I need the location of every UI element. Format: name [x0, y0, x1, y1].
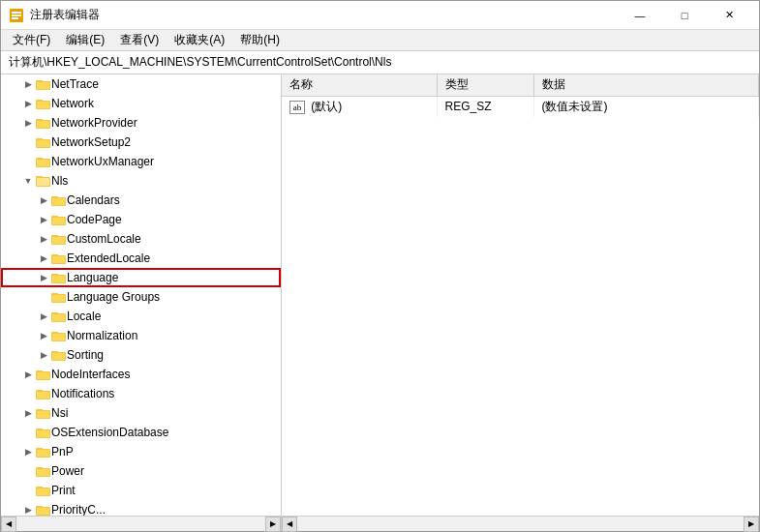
tree-item-sorting[interactable]: ▶ Sorting: [1, 345, 281, 365]
expand-nodeinterfaces[interactable]: ▶: [20, 365, 36, 384]
folder-icon-networkprovider: [36, 116, 51, 130]
col-header-name: 名称: [282, 74, 437, 96]
cell-name-text: (默认): [311, 100, 342, 113]
tree-item-osextensiondatabase[interactable]: ▶ OSExtensionDatabase: [1, 423, 281, 442]
tree-label-normalization: Normalization: [67, 329, 137, 342]
tree-item-print[interactable]: ▶ Print: [1, 481, 281, 500]
expand-networkprovider[interactable]: ▶: [20, 113, 36, 133]
expand-notifications[interactable]: ▶: [20, 384, 36, 403]
close-button[interactable]: ✕: [707, 1, 751, 30]
menu-edit[interactable]: 编辑(E): [58, 30, 112, 50]
expand-language[interactable]: ▶: [36, 268, 51, 287]
svg-rect-31: [52, 237, 65, 244]
tree-item-nettrace[interactable]: ▶ NetTrace: [1, 74, 281, 94]
svg-rect-1: [12, 12, 21, 14]
expand-sorting[interactable]: ▶: [36, 345, 51, 365]
expand-prioritycontrol[interactable]: ▶: [20, 500, 36, 516]
tree-item-pnp[interactable]: ▶ PnP: [1, 442, 281, 461]
tree-item-notifications[interactable]: ▶ Notifications: [1, 384, 281, 403]
folder-icon-networksetup2: [36, 135, 51, 149]
svg-rect-16: [37, 140, 49, 147]
menu-view[interactable]: 查看(V): [112, 30, 167, 50]
svg-rect-48: [51, 351, 58, 353]
expand-nsi[interactable]: ▶: [20, 403, 36, 423]
app-icon: [9, 8, 24, 23]
tree-label-networksetup2: NetworkSetup2: [51, 135, 131, 149]
menu-favorites[interactable]: 收藏夹(A): [167, 30, 232, 50]
tree-item-networkuxmanager[interactable]: ▶ NetworkUxManager: [1, 152, 281, 171]
tree-item-prioritycontrol[interactable]: ▶ PriorityC...: [1, 500, 281, 516]
expand-codepage[interactable]: ▶: [36, 210, 51, 229]
tree-item-nls[interactable]: ▼ Nls: [1, 171, 281, 191]
folder-icon-codepage: [51, 213, 67, 226]
scroll-track-left[interactable]: [16, 517, 265, 531]
expand-extendedlocale[interactable]: ▶: [36, 249, 51, 268]
tree-label-networkprovider: NetworkProvider: [51, 116, 137, 130]
tree-panel[interactable]: ▶ NetTrace ▶ Network: [1, 74, 282, 516]
tree-label-nettrace: NetTrace: [51, 77, 99, 91]
tree-label-prioritycontrol: PriorityC...: [51, 503, 106, 516]
scroll-track-right[interactable]: [297, 517, 744, 531]
tree-item-locale[interactable]: ▶ Locale: [1, 307, 281, 326]
expand-normalization[interactable]: ▶: [36, 326, 51, 345]
svg-rect-19: [37, 160, 49, 166]
scroll-right-arrow-right[interactable]: ▶: [744, 517, 759, 532]
tree-label-pnp: PnP: [51, 445, 74, 458]
svg-rect-18: [36, 158, 43, 160]
expand-nls[interactable]: ▼: [20, 171, 36, 191]
registry-content[interactable]: 名称 类型 数据 ab (默认) REG_SZ (数值未设置): [282, 74, 759, 516]
right-h-scrollbar[interactable]: ◀ ▶: [282, 517, 759, 531]
expand-calendars[interactable]: ▶: [36, 191, 51, 210]
tree-item-languagegroups[interactable]: ▶ Language Groups: [1, 287, 281, 307]
scroll-right-arrow[interactable]: ▶: [265, 517, 281, 532]
menu-help[interactable]: 帮助(H): [232, 30, 288, 50]
folder-icon-prioritycontrol: [36, 503, 51, 516]
folder-icon-nettrace: [36, 77, 51, 91]
scroll-left-arrow-right[interactable]: ◀: [282, 517, 297, 532]
svg-rect-51: [36, 370, 43, 372]
tree-label-languagegroups: Language Groups: [67, 290, 160, 304]
tree-label-sorting: Sorting: [67, 348, 104, 362]
expand-locale[interactable]: ▶: [36, 307, 51, 326]
table-row[interactable]: ab (默认) REG_SZ (数值未设置): [282, 96, 759, 117]
scroll-left-arrow[interactable]: ◀: [1, 517, 16, 532]
title-bar-left: 注册表编辑器: [9, 7, 100, 23]
tree-label-calendars: Calendars: [67, 193, 120, 207]
tree-item-network[interactable]: ▶ Network: [1, 94, 281, 113]
tree-item-normalization[interactable]: ▶ Normalization: [1, 326, 281, 345]
expand-customlocale[interactable]: ▶: [36, 229, 51, 249]
svg-rect-60: [36, 429, 43, 430]
expand-nettrace[interactable]: ▶: [20, 74, 36, 94]
main-area: ▶ NetTrace ▶ Network: [1, 74, 759, 516]
tree-item-nodeinterfaces[interactable]: ▶ NodeInterfaces: [1, 365, 281, 384]
tree-item-calendars[interactable]: ▶ Calendars: [1, 191, 281, 210]
tree-h-scrollbar[interactable]: ◀ ▶: [1, 517, 282, 531]
expand-print[interactable]: ▶: [20, 481, 36, 500]
expand-network[interactable]: ▶: [20, 94, 36, 113]
tree-item-extendedlocale[interactable]: ▶ ExtendedLocale: [1, 249, 281, 268]
maximize-button[interactable]: □: [662, 1, 707, 30]
tree-item-language[interactable]: ▶ Language: [1, 268, 281, 287]
expand-networksetup2[interactable]: ▶: [20, 133, 36, 152]
tree-item-codepage[interactable]: ▶ CodePage: [1, 210, 281, 229]
address-bar: 计算机\HKEY_LOCAL_MACHINE\SYSTEM\CurrentCon…: [1, 51, 759, 74]
svg-rect-43: [52, 314, 65, 321]
tree-item-networkprovider[interactable]: ▶ NetworkProvider: [1, 113, 281, 133]
minimize-button[interactable]: —: [618, 1, 662, 30]
expand-pnp[interactable]: ▶: [20, 442, 36, 461]
menu-file[interactable]: 文件(F): [5, 30, 58, 50]
svg-rect-22: [37, 178, 49, 186]
cell-name: ab (默认): [282, 96, 437, 117]
cell-data: (数值未设置): [533, 96, 759, 117]
tree-item-power[interactable]: ▶ Power: [1, 461, 281, 481]
tree-item-customlocale[interactable]: ▶ CustomLocale: [1, 229, 281, 249]
expand-languagegroups[interactable]: ▶: [36, 287, 51, 307]
folder-icon-calendars: [51, 193, 67, 207]
svg-rect-69: [36, 487, 43, 488]
expand-osextensiondatabase[interactable]: ▶: [20, 423, 36, 442]
tree-item-networksetup2[interactable]: ▶ NetworkSetup2: [1, 133, 281, 152]
tree-label-customlocale: CustomLocale: [67, 232, 141, 246]
expand-networkuxmanager[interactable]: ▶: [20, 152, 36, 171]
tree-item-nsi[interactable]: ▶ Nsi: [1, 403, 281, 423]
expand-power[interactable]: ▶: [20, 461, 36, 481]
